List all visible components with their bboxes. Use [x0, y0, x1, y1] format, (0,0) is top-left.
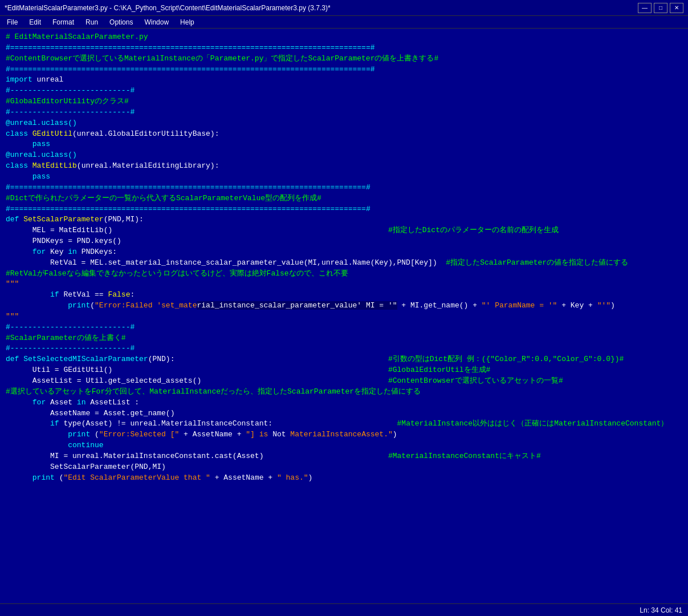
close-button[interactable]: ✕: [670, 3, 683, 13]
code-line: class MatEditLib(unreal.MaterialEditingL…: [6, 161, 682, 172]
code-line: continue: [6, 440, 682, 451]
menu-options[interactable]: Options: [107, 18, 135, 27]
code-line: #=======================================…: [6, 64, 682, 75]
code-line: #---------------------------#: [6, 107, 682, 118]
menu-bar: File Edit Format Run Options Window Help: [0, 16, 688, 29]
menu-help[interactable]: Help: [178, 18, 197, 27]
code-line: if RetVal == False:: [6, 290, 682, 301]
status-bar: Ln: 34 Col: 41: [0, 603, 688, 616]
cursor-position: Ln: 34 Col: 41: [640, 606, 682, 614]
code-line: #---------------------------#: [6, 322, 682, 333]
code-line: if type(Asset) != unreal.MaterialInstanc…: [6, 419, 682, 429]
code-line: def SetSelectedMIScalarParameter(PND): #…: [6, 354, 682, 365]
menu-window[interactable]: Window: [142, 18, 171, 27]
code-line: #---------------------------#: [6, 343, 682, 354]
code-line: pass: [6, 139, 682, 150]
code-line: """: [6, 279, 682, 290]
code-line: for Key in PNDKeys:: [6, 247, 682, 258]
code-line: SetScalarParameter(PND,MI): [6, 462, 682, 473]
code-line: #Dictで作られたパラメーターの一覧から代入するScalarParameter…: [6, 193, 682, 204]
code-line: print("Error:Failed 'set_material_instan…: [6, 301, 682, 311]
window-controls: — □ ✕: [638, 3, 683, 13]
code-line: AssetList = Util.get_selected_assets() #…: [6, 376, 682, 387]
menu-file[interactable]: File: [5, 18, 20, 27]
editor-area[interactable]: # EditMaterialScalarParameter.py #======…: [0, 29, 688, 603]
code-line: PNDKeys = PND.keys(): [6, 236, 682, 247]
code-line: print ("Error:Selected [" + AssetName + …: [6, 429, 682, 440]
code-line: AssetName = Asset.get_name(): [6, 408, 682, 419]
code-line: MI = unreal.MaterialInstanceConstant.cas…: [6, 451, 682, 462]
menu-run[interactable]: Run: [83, 18, 100, 27]
code-line: #ScalarParameterの値を上書く#: [6, 333, 682, 344]
code-line: #=======================================…: [6, 204, 682, 215]
code-line: #=======================================…: [6, 183, 682, 193]
code-line: #RetValがFalseなら編集できなかったというログはいてるけど、実際は絶対…: [6, 269, 682, 279]
code-line: #=======================================…: [6, 43, 682, 54]
code-line: pass: [6, 172, 682, 183]
code-line: def SetScalarParameter(PND,MI):: [6, 214, 682, 225]
code-line: RetVal = MEL.set_material_instance_scala…: [6, 258, 682, 269]
code-line: print ("Edit ScalarParameterValue that "…: [6, 473, 682, 484]
code-line: #選択しているアセットをFor分で回して、MaterialInstanceだった…: [6, 387, 682, 398]
code-line: import unreal: [6, 75, 682, 86]
title-bar: *EditMaterialScalarParameter3.py - C:\KA…: [0, 0, 688, 16]
code-line: #ContentBrowserで選択しているMaterialInstanceの「…: [6, 54, 682, 64]
code-line: #---------------------------#: [6, 86, 682, 96]
code-line: class GEditUtil(unreal.GlobalEditorUtili…: [6, 129, 682, 140]
code-line: """: [6, 311, 682, 322]
window-title: *EditMaterialScalarParameter3.py - C:\KA…: [5, 4, 331, 12]
menu-edit[interactable]: Edit: [27, 18, 43, 27]
maximize-button[interactable]: □: [654, 3, 667, 13]
code-line: MEL = MatEditLib() #指定したDictのパラメーターの名前の配…: [6, 225, 682, 236]
code-line: # EditMaterialScalarParameter.py: [6, 32, 682, 43]
code-line: Util = GEditUtil() #GlobalEditorUtilを生成#: [6, 365, 682, 376]
code-line: @unreal.uclass(): [6, 150, 682, 161]
menu-format[interactable]: Format: [50, 18, 76, 27]
minimize-button[interactable]: —: [638, 3, 652, 13]
code-line: #GlobalEditorUtilityのクラス#: [6, 96, 682, 107]
code-line: @unreal.uclass(): [6, 118, 682, 129]
code-line: for Asset in AssetList :: [6, 398, 682, 408]
